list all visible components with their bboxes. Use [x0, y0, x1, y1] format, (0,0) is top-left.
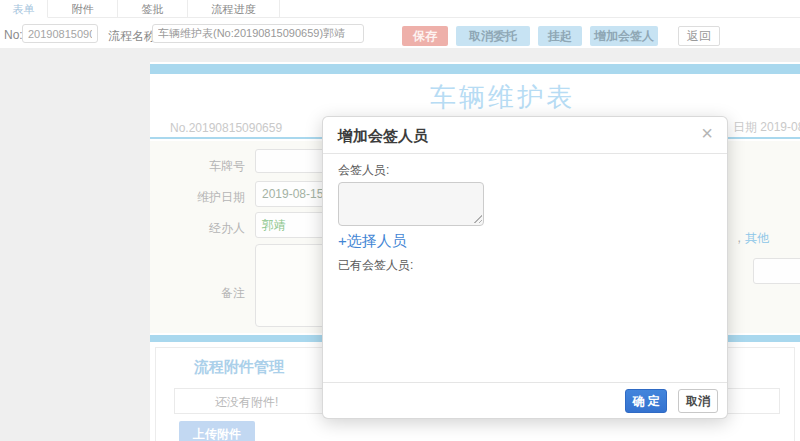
add-countersign-modal: 增加会签人员 × 会签人员: +选择人员 已有会签人员: 确 定 取消 [322, 116, 728, 419]
cancel-delegate-button[interactable]: 取消委托 [456, 26, 530, 46]
no-label: No: [4, 28, 23, 42]
plate-number-label: 车牌号 [160, 158, 245, 175]
close-icon[interactable]: × [701, 123, 713, 143]
back-button[interactable]: 返回 [678, 26, 720, 46]
tab-form[interactable]: 表单 [0, 0, 48, 18]
tab-attachment[interactable]: 附件 [48, 0, 118, 18]
remarks-label: 备注 [160, 285, 245, 302]
form-date-text: 日期 2019-08-15 [733, 119, 800, 136]
resize-handle-icon[interactable] [473, 214, 482, 223]
select-personnel-link[interactable]: +选择人员 [338, 232, 407, 251]
tab-bar: 表单 附件 签批 流程进度 [0, 0, 800, 18]
screen: 表单 附件 签批 流程进度 No: 流程名称: 保存 取消委托 挂起 增加会签人… [0, 0, 800, 441]
right-column-input[interactable] [753, 258, 800, 284]
tab-process-progress[interactable]: 流程进度 [188, 0, 280, 18]
other-option-link[interactable]: 其他 [745, 231, 769, 245]
existing-countersign-label: 已有会签人员: [338, 257, 413, 274]
no-input[interactable] [22, 24, 98, 43]
page-title: 车辆维护表 [150, 80, 800, 115]
cancel-button[interactable]: 取消 [678, 389, 718, 413]
countersign-textarea[interactable] [338, 182, 484, 226]
upload-attachment-button[interactable]: 上传附件 [179, 421, 255, 441]
top-accent-bar [150, 64, 800, 74]
form-no-text: No.20190815090659 [170, 121, 282, 135]
confirm-button[interactable]: 确 定 [625, 389, 667, 413]
attachments-title: 流程附件管理 [194, 358, 284, 377]
countersign-field-label: 会签人员: [338, 162, 389, 179]
modal-footer: 确 定 取消 [323, 382, 727, 418]
toolbar: No: 流程名称: 保存 取消委托 挂起 增加会签人 返回 [0, 18, 800, 48]
handler-label: 经办人 [160, 220, 245, 237]
process-name-input[interactable] [152, 24, 364, 43]
options-comma: ， [733, 231, 745, 245]
maintain-date-label: 维护日期 [160, 189, 245, 206]
plate-options: ，其他 [733, 230, 769, 247]
add-countersign-button[interactable]: 增加会签人 [590, 26, 658, 46]
modal-header: 增加会签人员 × [323, 117, 727, 154]
modal-title: 增加会签人员 [338, 127, 428, 146]
suspend-button[interactable]: 挂起 [538, 26, 582, 46]
tab-sign-approve[interactable]: 签批 [118, 0, 188, 18]
save-button[interactable]: 保存 [402, 26, 448, 46]
